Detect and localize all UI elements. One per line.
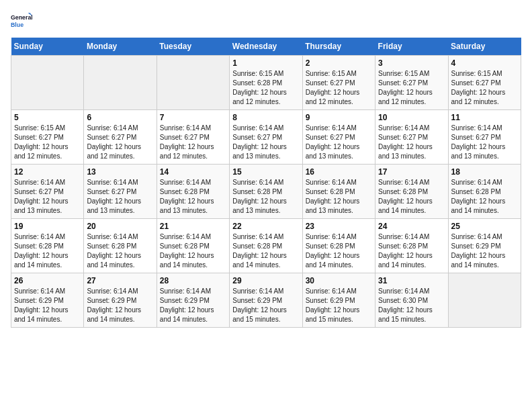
day-info: Sunrise: 6:14 AM Sunset: 6:27 PM Dayligh… bbox=[14, 178, 81, 216]
day-info: Sunrise: 6:14 AM Sunset: 6:28 PM Dayligh… bbox=[378, 178, 445, 216]
weekday-header-tuesday: Tuesday bbox=[157, 38, 229, 56]
day-number: 18 bbox=[451, 167, 518, 177]
day-cell bbox=[448, 273, 521, 328]
day-cell: 15Sunrise: 6:14 AM Sunset: 6:28 PM Dayli… bbox=[230, 165, 302, 219]
day-cell: 23Sunrise: 6:14 AM Sunset: 6:28 PM Dayli… bbox=[302, 219, 375, 273]
day-cell: 30Sunrise: 6:14 AM Sunset: 6:29 PM Dayli… bbox=[302, 273, 375, 328]
day-cell: 29Sunrise: 6:14 AM Sunset: 6:29 PM Dayli… bbox=[230, 273, 302, 328]
day-number: 28 bbox=[160, 276, 226, 285]
day-info: Sunrise: 6:14 AM Sunset: 6:28 PM Dayligh… bbox=[306, 178, 372, 216]
day-info: Sunrise: 6:14 AM Sunset: 6:28 PM Dayligh… bbox=[232, 178, 299, 216]
day-info: Sunrise: 6:14 AM Sunset: 6:29 PM Dayligh… bbox=[87, 287, 153, 324]
weekday-header-thursday: Thursday bbox=[302, 38, 375, 56]
day-info: Sunrise: 6:14 AM Sunset: 6:28 PM Dayligh… bbox=[87, 232, 153, 270]
day-number: 31 bbox=[378, 276, 445, 285]
day-number: 26 bbox=[14, 276, 81, 285]
day-number: 4 bbox=[451, 58, 518, 68]
day-info: Sunrise: 6:14 AM Sunset: 6:29 PM Dayligh… bbox=[451, 232, 518, 270]
day-number: 30 bbox=[306, 276, 372, 285]
day-number: 2 bbox=[306, 58, 372, 68]
day-cell: 14Sunrise: 6:14 AM Sunset: 6:28 PM Dayli… bbox=[157, 165, 229, 219]
day-info: Sunrise: 6:14 AM Sunset: 6:27 PM Dayligh… bbox=[451, 124, 518, 161]
day-number: 11 bbox=[451, 113, 518, 122]
week-row-2: 5Sunrise: 6:15 AM Sunset: 6:27 PM Daylig… bbox=[11, 110, 521, 165]
day-cell bbox=[11, 56, 84, 110]
day-number: 8 bbox=[232, 113, 299, 122]
day-cell: 12Sunrise: 6:14 AM Sunset: 6:27 PM Dayli… bbox=[11, 165, 84, 219]
day-cell bbox=[157, 56, 229, 110]
weekday-header-row: SundayMondayTuesdayWednesdayThursdayFrid… bbox=[11, 38, 521, 56]
day-info: Sunrise: 6:14 AM Sunset: 6:28 PM Dayligh… bbox=[378, 232, 445, 270]
day-number: 12 bbox=[14, 167, 81, 177]
day-cell: 24Sunrise: 6:14 AM Sunset: 6:28 PM Dayli… bbox=[375, 219, 448, 273]
day-cell: 11Sunrise: 6:14 AM Sunset: 6:27 PM Dayli… bbox=[448, 110, 521, 165]
day-info: Sunrise: 6:15 AM Sunset: 6:27 PM Dayligh… bbox=[378, 69, 445, 107]
day-info: Sunrise: 6:14 AM Sunset: 6:28 PM Dayligh… bbox=[14, 232, 81, 270]
day-info: Sunrise: 6:15 AM Sunset: 6:27 PM Dayligh… bbox=[306, 69, 372, 107]
weekday-header-saturday: Saturday bbox=[448, 38, 521, 56]
day-cell: 20Sunrise: 6:14 AM Sunset: 6:28 PM Dayli… bbox=[84, 219, 157, 273]
day-cell: 13Sunrise: 6:14 AM Sunset: 6:27 PM Dayli… bbox=[84, 165, 157, 219]
weekday-header-sunday: Sunday bbox=[11, 38, 84, 56]
day-number: 16 bbox=[306, 167, 372, 177]
day-cell: 31Sunrise: 6:14 AM Sunset: 6:30 PM Dayli… bbox=[375, 273, 448, 328]
day-cell: 5Sunrise: 6:15 AM Sunset: 6:27 PM Daylig… bbox=[11, 110, 84, 165]
day-cell: 10Sunrise: 6:14 AM Sunset: 6:27 PM Dayli… bbox=[375, 110, 448, 165]
day-info: Sunrise: 6:14 AM Sunset: 6:27 PM Dayligh… bbox=[306, 124, 372, 161]
svg-text:Blue: Blue bbox=[11, 21, 24, 28]
day-number: 24 bbox=[378, 222, 445, 231]
day-cell: 16Sunrise: 6:14 AM Sunset: 6:28 PM Dayli… bbox=[302, 165, 375, 219]
day-info: Sunrise: 6:14 AM Sunset: 6:29 PM Dayligh… bbox=[306, 287, 372, 324]
weekday-header-friday: Friday bbox=[375, 38, 448, 56]
day-cell: 28Sunrise: 6:14 AM Sunset: 6:29 PM Dayli… bbox=[157, 273, 229, 328]
day-info: Sunrise: 6:15 AM Sunset: 6:27 PM Dayligh… bbox=[14, 124, 81, 161]
day-info: Sunrise: 6:14 AM Sunset: 6:27 PM Dayligh… bbox=[160, 124, 226, 161]
day-number: 14 bbox=[160, 167, 226, 177]
day-number: 29 bbox=[232, 276, 299, 285]
day-info: Sunrise: 6:14 AM Sunset: 6:30 PM Dayligh… bbox=[378, 287, 445, 324]
day-number: 22 bbox=[232, 222, 299, 231]
svg-text:General: General bbox=[11, 14, 32, 21]
day-info: Sunrise: 6:14 AM Sunset: 6:29 PM Dayligh… bbox=[14, 287, 81, 324]
day-cell: 25Sunrise: 6:14 AM Sunset: 6:29 PM Dayli… bbox=[448, 219, 521, 273]
day-info: Sunrise: 6:14 AM Sunset: 6:27 PM Dayligh… bbox=[378, 124, 445, 161]
week-row-1: 1Sunrise: 6:15 AM Sunset: 6:28 PM Daylig… bbox=[11, 56, 521, 110]
day-info: Sunrise: 6:14 AM Sunset: 6:27 PM Dayligh… bbox=[87, 178, 153, 216]
day-cell: 22Sunrise: 6:14 AM Sunset: 6:28 PM Dayli… bbox=[230, 219, 302, 273]
day-number: 23 bbox=[306, 222, 372, 231]
day-number: 17 bbox=[378, 167, 445, 177]
day-number: 15 bbox=[232, 167, 299, 177]
day-number: 6 bbox=[87, 113, 153, 122]
day-info: Sunrise: 6:14 AM Sunset: 6:29 PM Dayligh… bbox=[160, 287, 226, 324]
day-cell: 1Sunrise: 6:15 AM Sunset: 6:28 PM Daylig… bbox=[230, 56, 302, 110]
day-info: Sunrise: 6:14 AM Sunset: 6:28 PM Dayligh… bbox=[160, 232, 226, 270]
day-info: Sunrise: 6:15 AM Sunset: 6:28 PM Dayligh… bbox=[232, 69, 299, 107]
day-info: Sunrise: 6:14 AM Sunset: 6:27 PM Dayligh… bbox=[87, 124, 153, 161]
day-number: 3 bbox=[378, 58, 445, 68]
calendar-table: SundayMondayTuesdayWednesdayThursdayFrid… bbox=[11, 38, 521, 328]
day-cell: 17Sunrise: 6:14 AM Sunset: 6:28 PM Dayli… bbox=[375, 165, 448, 219]
day-info: Sunrise: 6:14 AM Sunset: 6:29 PM Dayligh… bbox=[232, 287, 299, 324]
day-cell: 4Sunrise: 6:15 AM Sunset: 6:27 PM Daylig… bbox=[448, 56, 521, 110]
day-number: 13 bbox=[87, 167, 153, 177]
day-info: Sunrise: 6:14 AM Sunset: 6:28 PM Dayligh… bbox=[232, 232, 299, 270]
day-number: 20 bbox=[87, 222, 153, 231]
day-cell: 6Sunrise: 6:14 AM Sunset: 6:27 PM Daylig… bbox=[84, 110, 157, 165]
day-info: Sunrise: 6:15 AM Sunset: 6:27 PM Dayligh… bbox=[451, 69, 518, 107]
day-info: Sunrise: 6:14 AM Sunset: 6:28 PM Dayligh… bbox=[451, 178, 518, 216]
day-number: 1 bbox=[232, 58, 299, 68]
week-row-4: 19Sunrise: 6:14 AM Sunset: 6:28 PM Dayli… bbox=[11, 219, 521, 273]
day-info: Sunrise: 6:14 AM Sunset: 6:27 PM Dayligh… bbox=[232, 124, 299, 161]
day-number: 9 bbox=[306, 113, 372, 122]
day-cell: 8Sunrise: 6:14 AM Sunset: 6:27 PM Daylig… bbox=[230, 110, 302, 165]
day-cell: 21Sunrise: 6:14 AM Sunset: 6:28 PM Dayli… bbox=[157, 219, 229, 273]
day-cell: 26Sunrise: 6:14 AM Sunset: 6:29 PM Dayli… bbox=[11, 273, 84, 328]
day-number: 5 bbox=[14, 113, 81, 122]
day-cell: 19Sunrise: 6:14 AM Sunset: 6:28 PM Dayli… bbox=[11, 219, 84, 273]
weekday-header-wednesday: Wednesday bbox=[230, 38, 302, 56]
day-cell: 27Sunrise: 6:14 AM Sunset: 6:29 PM Dayli… bbox=[84, 273, 157, 328]
day-info: Sunrise: 6:14 AM Sunset: 6:28 PM Dayligh… bbox=[306, 232, 372, 270]
day-cell: 2Sunrise: 6:15 AM Sunset: 6:27 PM Daylig… bbox=[302, 56, 375, 110]
day-cell: 7Sunrise: 6:14 AM Sunset: 6:27 PM Daylig… bbox=[157, 110, 229, 165]
day-number: 10 bbox=[378, 113, 445, 122]
